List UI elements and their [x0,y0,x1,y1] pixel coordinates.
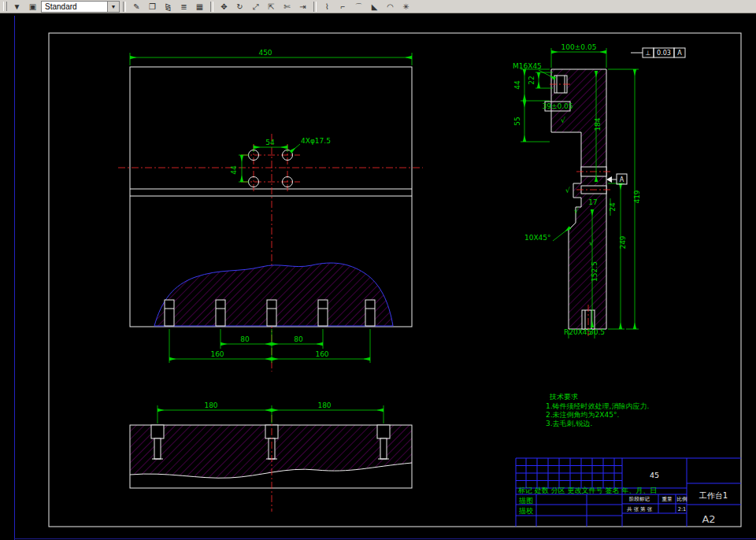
chamfer-note: 10X45° [524,234,551,242]
dim-24: 24 [609,202,617,212]
bottom-note: R20X45 [564,328,591,336]
break-icon: ⌐ [341,2,346,11]
stage-label: 阶段标记 [629,496,650,502]
break-at-point-tool-button[interactable]: ⌇ [320,1,335,13]
rotate-icon: ↻ [236,2,243,11]
toolbar-separator [313,2,317,12]
roughness-icon: √ [565,187,570,194]
scale-value: 2:1 [678,506,686,512]
dim-54: 54 [265,139,275,146]
offset-icon: ≣ [180,2,187,11]
dim-160-right: 160 [315,350,328,358]
datum-label: A [620,176,624,183]
dim-44-plan: 44 [230,165,238,175]
style-manager-icon: ▣ [29,2,36,11]
tech-req-line2: 2.未注倒角均为2X45°. [546,411,619,419]
dim-80-left: 80 [240,335,250,343]
break-at-point-icon: ⌇ [325,2,329,11]
tech-req-line3: 3.去毛刺,锐边. [546,420,592,427]
toolbar-separator [210,2,213,12]
explode-tool-button[interactable]: ✳ [398,1,413,13]
array-icon: ▦ [196,2,203,11]
dim-419: 419 [633,190,641,203]
revision-header: 标记 处数 分区 更改文件号 签名 年、月、日 [517,486,657,494]
material-label: 45 [650,471,659,479]
style-manager-button[interactable]: ▣ [25,1,40,13]
combobox-dropdown-icon[interactable]: ▼ [107,2,119,12]
sheet-size: A2 [702,513,715,525]
join-icon: ⌒ [355,2,363,11]
roughness-icon: √ [561,117,565,124]
tolerance-datum: A [677,50,682,57]
dim-22: 22 [528,76,536,84]
dim-39: 39±0.05 [542,102,573,110]
scale-label: 比例 [677,496,687,502]
sheet-note: 共 张 第 张 [627,506,653,512]
break-tool-button[interactable]: ⌐ [335,1,350,13]
thread-note: M16X45 [513,62,542,70]
stretch-tool-button[interactable]: ⇱ [264,1,279,13]
plan-view: 450 54 4Xφ17.5 44 80 80 160 160 [118,49,423,372]
erase-icon: ✎ [133,2,139,11]
copy-icon: ❐ [149,2,156,11]
toolbar-grip[interactable] [3,2,7,11]
roughness-icon: √ [574,207,579,215]
dim-249: 249 [619,235,627,249]
rotate-tool-button[interactable]: ↻ [232,1,247,13]
dim-180-left: 180 [204,401,217,409]
part-name: 工作台1 [699,491,728,500]
dim-152-5: 152.5 [591,261,598,282]
row-label-1: 描图 [518,497,533,505]
toolbar-overflow-button[interactable]: ▼ [9,1,24,13]
overflow-arrow-icon: ▼ [13,2,21,11]
dim-55: 55 [513,117,521,125]
scale-icon: ⤢ [253,2,259,11]
dim-160-left: 160 [210,350,224,358]
join-tool-button[interactable]: ⌒ [351,1,366,13]
roughness-icon: √ [589,239,594,247]
drawing-canvas[interactable]: 450 54 4Xφ17.5 44 80 80 160 160 [0,13,756,540]
trim-icon: ✄ [284,2,290,11]
dim-80-right: 80 [294,335,303,343]
stretch-icon: ⇱ [268,2,274,11]
style-combobox-value: Standard [42,2,107,11]
style-combobox[interactable]: Standard ▼ [41,1,120,13]
copy-tool-button[interactable]: ❐ [145,1,160,13]
offset-tool-button[interactable]: ≣ [176,1,191,13]
dim-17: 17 [588,198,597,206]
tolerance-value: 0.03 [657,50,671,57]
tolerance-symbol: ⊥ [646,50,651,57]
dim-180-right: 180 [317,401,331,409]
fillet-tool-button[interactable]: ◠ [383,1,398,13]
dim-30-5: 30.5 [589,328,605,336]
title-block: 45 标记 处数 分区 更改文件号 签名 年、月、日 阶段标记 重量 比例 共 … [516,458,741,527]
tech-requirements: 技术要求 1.铸件须经时效处理,消除内应力. 2.未注倒角均为2X45°. 3.… [546,393,649,427]
tolerance-frame: ⊥ 0.03 A [631,48,685,57]
fillet-icon: ◠ [387,2,394,11]
move-icon: ✥ [220,2,227,11]
erase-tool-button[interactable]: ✎ [129,1,144,13]
chamfer-tool-button[interactable]: ◣ [367,1,382,13]
explode-icon: ✳ [402,2,409,11]
bottom-section-view: 180 180 [130,401,412,512]
dim-450: 450 [258,49,272,57]
side-section-view: M16X45 100±0.05 ⊥ 0.03 A 22 44 55 39±0. [513,43,685,338]
extend-icon: ⇥ [299,2,306,11]
tech-req-line1: 1.铸件须经时效处理,消除内应力. [546,402,649,410]
trim-tool-button[interactable]: ✄ [280,1,295,13]
move-tool-button[interactable]: ✥ [217,1,232,13]
dim-184: 184 [594,117,602,131]
mirror-tool-button[interactable]: ⧎ [161,1,176,13]
toolbar-separator [123,2,126,12]
hole-note: 4Xφ17.5 [301,137,331,145]
dim-44-side: 44 [513,80,521,90]
datum-flag: A [606,174,627,184]
weight-label: 重量 [662,496,673,502]
top-toolbar: ▼ ▣ Standard ▼ ✎ ❐ ⧎ ≣ ▦ ✥ ↻ ⤢ ⇱ ✄ ⇥ ⌇ ⌐… [0,0,756,13]
tech-req-title: 技术要求 [549,393,578,401]
chamfer-icon: ◣ [372,2,378,11]
dim-100: 100±0.05 [561,43,597,51]
scale-tool-button[interactable]: ⤢ [248,1,263,13]
array-tool-button[interactable]: ▦ [192,1,207,13]
extend-tool-button[interactable]: ⇥ [295,1,310,13]
